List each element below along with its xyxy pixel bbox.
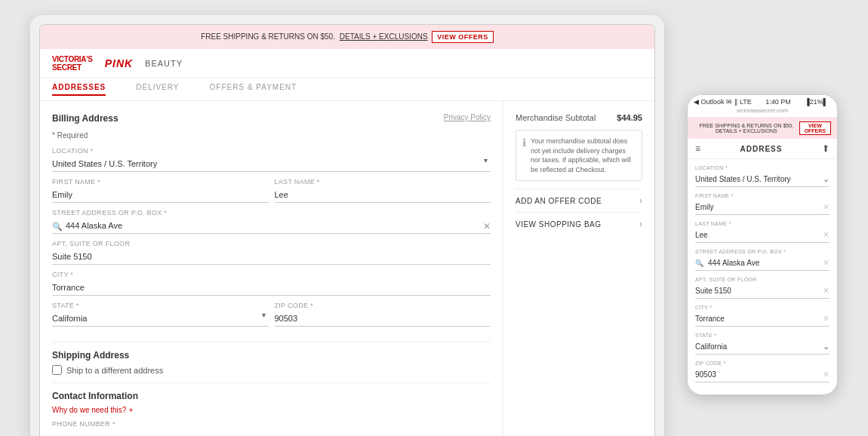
step-delivery[interactable]: DELIVERY: [136, 83, 179, 96]
beauty-nav[interactable]: BEAUTY: [145, 59, 183, 68]
why-link[interactable]: Why do we need this? +: [52, 406, 491, 414]
site-nav: VICTORIA'S SECRET PINK BEAUTY: [40, 49, 654, 78]
phone-clear-city-icon[interactable]: ✕: [823, 314, 830, 324]
phone-first-name-value: Emily: [695, 203, 713, 211]
phone-group: Phone Number *: [52, 420, 491, 436]
phone-location-value: United States / U.S. Territory: [695, 175, 791, 183]
checkout-form-panel: Billing Address Privacy Policy * Require…: [40, 101, 503, 436]
phone-first-name-group: FIRST NAME * Emily ✕: [695, 193, 830, 215]
phone-apt-label: APT, SUITE OR FLOOR: [695, 277, 830, 282]
subtotal-value: $44.95: [617, 113, 642, 122]
state-zip-row: STATE * California ZIP CODE *: [52, 302, 491, 333]
phone-street-value: 444 Alaska Ave: [708, 259, 759, 267]
apt-input[interactable]: [52, 249, 491, 265]
street-group: STREET ADDRESS OR P.O. BOX * 🔍 ✕: [52, 209, 491, 234]
location-select[interactable]: United States / U.S. Territory: [52, 156, 491, 172]
phone-menu-icon[interactable]: ≡: [695, 143, 700, 154]
contact-title: Contact Information: [52, 391, 491, 401]
location-label: LOCATION *: [52, 147, 491, 155]
pink-logo[interactable]: PINK: [105, 57, 133, 69]
add-offer-code-row[interactable]: ADD AN OFFER CODE ›: [516, 189, 642, 212]
phone-city-group: CITY * Torrance ✕: [695, 305, 830, 327]
phone-battery: ▐21%▌: [805, 98, 828, 106]
shipping-title: Shipping Address: [52, 350, 491, 361]
phone-first-name-row[interactable]: Emily ✕: [695, 200, 830, 215]
state-group: STATE * California: [52, 302, 269, 327]
ship-different-label: Ship to a different address: [66, 366, 163, 375]
view-offers-button[interactable]: VIEW OFFERS: [432, 31, 494, 43]
step-addresses[interactable]: ADDRESSES: [52, 83, 106, 96]
checkout-steps: ADDRESSES DELIVERY OFFERS & PAYMENT: [40, 78, 654, 101]
phone-clear-first-name-icon[interactable]: ✕: [823, 202, 830, 212]
bag-label: VIEW SHOPPING BAG: [516, 220, 602, 229]
shipping-section: Shipping Address Ship to a different add…: [52, 342, 491, 375]
offer-label: ADD AN OFFER CODE: [516, 197, 602, 205]
phone-zip-value: 90503: [695, 370, 716, 379]
privacy-link[interactable]: Privacy Policy: [444, 113, 491, 121]
phone-state-row[interactable]: California ⌄: [695, 339, 830, 355]
banner-text: FREE SHIPPING & RETURNS ON $50.: [201, 32, 335, 41]
phone-status-bar: ◀ Outlook ✉ ∥ LTE 1:40 PM ▐21%▌: [688, 95, 837, 107]
last-name-label: LAST NAME *: [275, 178, 491, 186]
phone-street-label: STREET ADDRESS OR P.O. BOX *: [695, 249, 830, 254]
last-name-group: LAST NAME *: [275, 178, 491, 203]
last-name-input[interactable]: [275, 187, 491, 203]
phone-input[interactable]: [52, 429, 491, 436]
banner-link[interactable]: DETAILS + EXCLUSIONS: [340, 32, 428, 41]
apt-group: APT, SUITE OR FLOOR: [52, 240, 491, 265]
subtotal-label: Merchandise Subtotal: [516, 113, 596, 122]
city-group: CITY *: [52, 271, 491, 296]
street-input[interactable]: [52, 218, 491, 234]
phone-mockup: ◀ Outlook ✉ ∥ LTE 1:40 PM ▐21%▌ victoria…: [687, 94, 838, 395]
phone-label: Phone Number *: [52, 420, 491, 428]
phone-first-name-label: FIRST NAME *: [695, 193, 830, 198]
phone-city-row[interactable]: Torrance ✕: [695, 312, 830, 327]
search-icon: 🔍: [52, 221, 63, 231]
location-group: LOCATION * United States / U.S. Territor…: [52, 147, 491, 172]
phone-street-group: STREET ADDRESS OR P.O. BOX * 🔍 444 Alask…: [695, 249, 830, 271]
phone-last-name-label: LAST NAME *: [695, 221, 830, 226]
city-input[interactable]: [52, 280, 491, 296]
phone-location-label: LOCATION *: [695, 165, 830, 170]
info-icon: ℹ: [522, 137, 526, 174]
phone-zip-row[interactable]: 90503 ✕: [695, 367, 830, 382]
billing-title: Billing Address: [52, 113, 119, 124]
vs-logo[interactable]: VICTORIA'S SECRET: [52, 55, 93, 72]
phone-last-name-row[interactable]: Lee ✕: [695, 228, 830, 243]
phone-view-offers-button[interactable]: VIEW OFFERS: [799, 121, 831, 135]
city-label: CITY *: [52, 271, 491, 278]
info-text: Your merchandise subtotal does not yet i…: [531, 137, 636, 174]
first-name-label: FIRST NAME *: [52, 178, 269, 186]
phone-clear-zip-icon[interactable]: ✕: [823, 370, 830, 379]
phone-clear-street-icon[interactable]: ✕: [823, 258, 830, 268]
phone-location-group: LOCATION * United States / U.S. Territor…: [695, 165, 830, 187]
phone-apt-row[interactable]: Suite 5150 ✕: [695, 284, 830, 299]
phone-share-icon[interactable]: ⬆: [822, 143, 830, 154]
name-row: FIRST NAME * LAST NAME *: [52, 178, 491, 209]
step-offers-payment[interactable]: OFFERS & PAYMENT: [210, 83, 297, 96]
phone-url: victoriassecret.com: [688, 107, 837, 118]
phone-street-row[interactable]: 🔍 444 Alaska Ave ✕: [695, 256, 830, 271]
phone-zip-label: ZIP CODE *: [695, 361, 830, 366]
first-name-input[interactable]: [52, 187, 269, 203]
state-select[interactable]: California: [52, 311, 269, 327]
phone-location-row[interactable]: United States / U.S. Territory ⌄: [695, 172, 830, 187]
laptop-mockup: FREE SHIPPING & RETURNS ON $50. DETAILS …: [30, 15, 664, 436]
ship-different-checkbox[interactable]: [52, 365, 62, 375]
phone-city-label: CITY *: [695, 305, 830, 310]
phone-state-chevron-icon: ⌄: [823, 342, 830, 352]
phone-last-name-group: LAST NAME * Lee ✕: [695, 221, 830, 243]
phone-form: LOCATION * United States / U.S. Territor…: [688, 159, 837, 395]
promo-banner: FREE SHIPPING & RETURNS ON $50. DETAILS …: [40, 25, 654, 49]
contact-section: Contact Information Why do we need this?…: [52, 382, 491, 436]
phone-state-label: STATE *: [695, 333, 830, 338]
zip-input[interactable]: [275, 311, 491, 327]
zip-label: ZIP CODE *: [275, 302, 491, 309]
ship-different-row: Ship to a different address: [52, 365, 491, 375]
phone-clear-last-name-icon[interactable]: ✕: [823, 230, 830, 240]
view-bag-row[interactable]: VIEW SHOPPING BAG ›: [516, 212, 642, 235]
laptop-screen: FREE SHIPPING & RETURNS ON $50. DETAILS …: [39, 24, 655, 436]
clear-street-icon[interactable]: ✕: [483, 221, 491, 232]
phone-nav-title: ADDRESS: [740, 145, 783, 153]
phone-clear-apt-icon[interactable]: ✕: [823, 286, 830, 296]
